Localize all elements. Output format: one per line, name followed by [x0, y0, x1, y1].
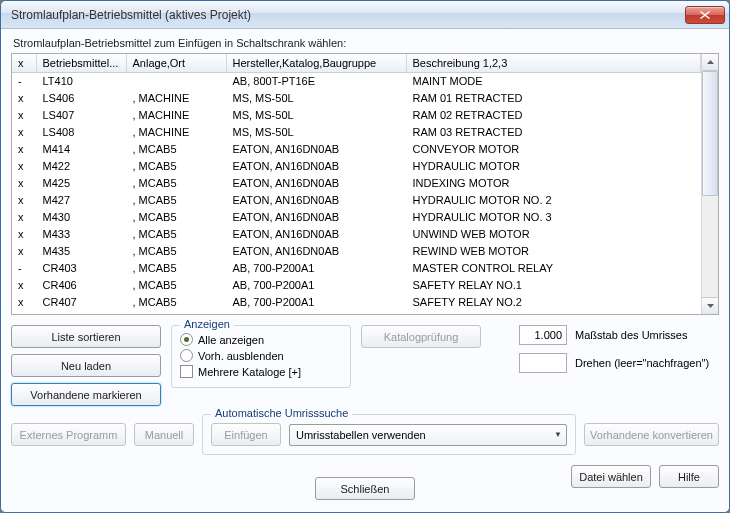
cell-hkb: EATON, AN16DN0AB	[226, 140, 406, 157]
col-header-x[interactable]: x	[12, 54, 36, 72]
help-button[interactable]: Hilfe	[659, 465, 719, 488]
cell-bm: CR407	[36, 293, 126, 310]
cell-hkb: EATON, AN16DN0AB	[226, 225, 406, 242]
cell-bm: LS406	[36, 89, 126, 106]
catalog-check-button[interactable]: Katalogprüfung	[361, 325, 481, 348]
col-header-bm[interactable]: Betriebsmittel...	[36, 54, 126, 72]
cell-x: x	[12, 276, 36, 293]
scroll-down-icon[interactable]	[702, 297, 718, 314]
table-row[interactable]: xM433, MCAB5EATON, AN16DN0ABUNWIND WEB M…	[12, 225, 701, 242]
table-row[interactable]: xM427, MCAB5EATON, AN16DN0ABHYDRAULIC MO…	[12, 191, 701, 208]
table-row[interactable]: xLS408, MACHINEMS, MS-50LRAM 03 RETRACTE…	[12, 123, 701, 140]
table-row[interactable]: xM414, MCAB5EATON, AN16DN0ABCONVEYOR MOT…	[12, 140, 701, 157]
table-row[interactable]: xLS406, MACHINEMS, MS-50LRAM 01 RETRACTE…	[12, 89, 701, 106]
table-row[interactable]: -CR403, MCAB5AB, 700-P200A1MASTER CONTRO…	[12, 259, 701, 276]
insert-button[interactable]: Einfügen	[211, 423, 281, 446]
cell-x: x	[12, 225, 36, 242]
table-header-row: x Betriebsmittel... Anlage,Ort Herstelle…	[12, 54, 701, 72]
sort-list-button[interactable]: Liste sortieren	[11, 325, 161, 348]
vertical-scrollbar[interactable]	[701, 54, 718, 314]
cell-hkb: EATON, AN16DN0AB	[226, 174, 406, 191]
auto-outline-group: Automatische Umrisssuche Einfügen Umriss…	[202, 414, 576, 455]
chevron-down-icon: ▼	[554, 430, 562, 439]
cell-hkb: MS, MS-50L	[226, 106, 406, 123]
table-row[interactable]: -LT410AB, 800T-PT16EMAINT MODE	[12, 72, 701, 89]
cell-ort: , MCAB5	[126, 191, 226, 208]
close-icon[interactable]	[685, 6, 725, 24]
cell-x: x	[12, 89, 36, 106]
radio-show-all[interactable]: Alle anzeigen	[180, 333, 342, 346]
close-button[interactable]: Schließen	[315, 477, 415, 500]
scroll-track[interactable]	[702, 71, 718, 297]
radio-icon[interactable]	[180, 349, 193, 362]
radio-icon[interactable]	[180, 333, 193, 346]
titlebar: Stromlaufplan-Betriebsmittel (aktives Pr…	[1, 1, 729, 29]
radio-hide-existing[interactable]: Vorh. ausblenden	[180, 349, 342, 362]
checkbox-icon[interactable]	[180, 365, 193, 378]
col-header-hkb[interactable]: Hersteller,Katalog,Baugruppe	[226, 54, 406, 72]
cell-ort: , MCAB5	[126, 259, 226, 276]
manual-button[interactable]: Manuell	[134, 423, 194, 446]
cell-besch: MAINT MODE	[406, 72, 701, 89]
cell-bm: LT410	[36, 72, 126, 89]
cell-besch: SAFETY RELAY NO.1	[406, 276, 701, 293]
cell-besch: CONVEYOR MOTOR	[406, 140, 701, 157]
cell-ort: , MACHINE	[126, 106, 226, 123]
check-label: Mehrere Kataloge [+]	[198, 366, 301, 378]
table-row[interactable]: xCR406, MCAB5AB, 700-P200A1SAFETY RELAY …	[12, 276, 701, 293]
content-area: Stromlaufplan-Betriebsmittel zum Einfüge…	[1, 29, 729, 512]
table-row[interactable]: xM422, MCAB5EATON, AN16DN0ABHYDRAULIC MO…	[12, 157, 701, 174]
table-row[interactable]: xM430, MCAB5EATON, AN16DN0ABHYDRAULIC MO…	[12, 208, 701, 225]
auto-legend: Automatische Umrisssuche	[211, 407, 352, 419]
rotate-input[interactable]	[519, 353, 567, 373]
table-row[interactable]: xM435, MCAB5EATON, AN16DN0ABREWIND WEB M…	[12, 242, 701, 259]
reload-button[interactable]: Neu laden	[11, 354, 161, 377]
cell-x: x	[12, 293, 36, 310]
component-table: x Betriebsmittel... Anlage,Ort Herstelle…	[11, 53, 719, 315]
cell-hkb: AB, 700-P200A1	[226, 276, 406, 293]
cell-besch: REWIND WEB MOTOR	[406, 242, 701, 259]
scroll-thumb[interactable]	[702, 71, 718, 196]
cell-hkb: EATON, AN16DN0AB	[226, 242, 406, 259]
display-group: Anzeigen Alle anzeigen Vorh. ausblenden …	[171, 325, 351, 388]
cell-ort: , MACHINE	[126, 123, 226, 140]
col-header-ort[interactable]: Anlage,Ort	[126, 54, 226, 72]
cell-ort: , MCAB5	[126, 140, 226, 157]
display-legend: Anzeigen	[180, 318, 234, 330]
choose-file-button[interactable]: Datei wählen	[571, 465, 651, 488]
check-multi-catalogs[interactable]: Mehrere Kataloge [+]	[180, 365, 342, 378]
scroll-up-icon[interactable]	[702, 54, 718, 71]
select-value: Umrisstabellen verwenden	[296, 429, 426, 441]
table-row[interactable]: xCR407, MCAB5AB, 700-P200A1SAFETY RELAY …	[12, 293, 701, 310]
cell-besch: MASTER CONTROL RELAY	[406, 259, 701, 276]
cell-besch: UNWIND WEB MOTOR	[406, 225, 701, 242]
cell-hkb: MS, MS-50L	[226, 89, 406, 106]
window-title: Stromlaufplan-Betriebsmittel (aktives Pr…	[11, 8, 685, 22]
table-row[interactable]: xM425, MCAB5EATON, AN16DN0ABINDEXING MOT…	[12, 174, 701, 191]
cell-ort: , MCAB5	[126, 174, 226, 191]
cell-ort: , MCAB5	[126, 208, 226, 225]
cell-x: x	[12, 106, 36, 123]
cell-besch: HYDRAULIC MOTOR NO. 3	[406, 208, 701, 225]
col-header-besch[interactable]: Beschreibung 1,2,3	[406, 54, 701, 72]
cell-ort: , MCAB5	[126, 157, 226, 174]
scale-input[interactable]	[519, 325, 567, 345]
convert-existing-button[interactable]: Vorhandene konvertieren	[584, 423, 719, 446]
dialog-window: Stromlaufplan-Betriebsmittel (aktives Pr…	[0, 0, 730, 513]
cell-bm: M414	[36, 140, 126, 157]
cell-bm: M422	[36, 157, 126, 174]
cell-besch: RAM 01 RETRACTED	[406, 89, 701, 106]
cell-x: x	[12, 123, 36, 140]
cell-x: x	[12, 242, 36, 259]
cell-x: x	[12, 208, 36, 225]
cell-besch: RAM 03 RETRACTED	[406, 123, 701, 140]
outline-source-select[interactable]: Umrisstabellen verwenden ▼	[289, 424, 567, 446]
mark-existing-button[interactable]: Vorhandene markieren	[11, 383, 161, 406]
cell-hkb: AB, 700-P200A1	[226, 293, 406, 310]
table-row[interactable]: xLS407, MACHINEMS, MS-50LRAM 02 RETRACTE…	[12, 106, 701, 123]
external-program-button[interactable]: Externes Programm	[11, 423, 126, 446]
cell-ort: , MCAB5	[126, 242, 226, 259]
radio-label: Alle anzeigen	[198, 334, 264, 346]
cell-bm: CR406	[36, 276, 126, 293]
cell-x: x	[12, 191, 36, 208]
